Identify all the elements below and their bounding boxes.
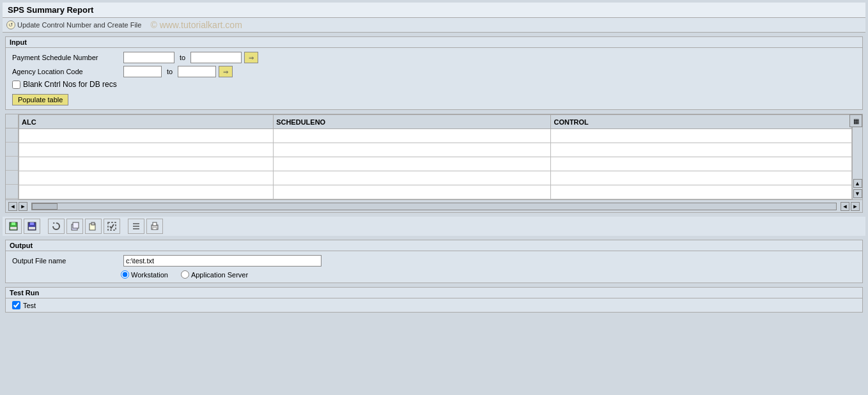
refresh-btn[interactable] (48, 219, 65, 234)
left-nav-arrows: ◄ ► (6, 201, 30, 212)
row-selector-2[interactable] (6, 143, 18, 157)
payment-schedule-from[interactable] (123, 52, 174, 63)
list-btn[interactable] (128, 219, 144, 234)
table-row (19, 129, 852, 143)
svg-rect-10 (91, 222, 95, 225)
radio-workstation-label: Workstation (131, 271, 168, 279)
output-file-row: Output File name (12, 255, 856, 267)
blank-ctrl-label: Blank Cntrl Nos for DB recs (23, 80, 117, 89)
scroll-down-arrow[interactable]: ▼ (853, 189, 862, 198)
next-arrow[interactable]: ► (19, 202, 27, 211)
cell-scheduleno-1[interactable] (274, 129, 551, 143)
agency-location-from[interactable] (123, 66, 162, 77)
select-btn[interactable] (104, 219, 120, 234)
cell-alc-2[interactable] (19, 143, 274, 157)
input-section-content: Payment Schedule Number to ⇒ Agency Loca… (6, 48, 862, 109)
cell-control-1[interactable] (551, 129, 852, 143)
table-row (19, 157, 852, 171)
test-run-section: Test Run Test (5, 287, 863, 313)
col-control: CONTROL (551, 115, 852, 129)
watermark: © www.tutorialkart.com (150, 20, 242, 30)
row-selector-1[interactable] (6, 128, 18, 143)
input-section-header: Input (6, 37, 862, 48)
table-wrapper: ALC SCHEDULENO CONTROL (6, 114, 862, 199)
payment-schedule-to[interactable] (190, 52, 242, 63)
to-label-2: to (167, 68, 173, 75)
copy-btn[interactable] (66, 219, 83, 234)
cell-alc-4[interactable] (19, 171, 274, 185)
payment-schedule-row: Payment Schedule Number to ⇒ (12, 52, 856, 63)
horiz-next-arrow[interactable]: ► (851, 202, 860, 211)
payment-schedule-arrow-btn[interactable]: ⇒ (244, 52, 258, 63)
row-selector-5[interactable] (6, 185, 18, 199)
output-section-content: Output File name Workstation Application… (6, 251, 862, 283)
save-btn[interactable] (5, 219, 22, 234)
agency-location-to[interactable] (178, 66, 216, 77)
update-icon: ↺ (6, 20, 15, 29)
cell-control-3[interactable] (551, 157, 852, 171)
cell-alc-1[interactable] (19, 129, 274, 143)
cell-scheduleno-5[interactable] (274, 185, 551, 199)
window-title: SPS Summary Report (3, 3, 865, 18)
data-table: ALC SCHEDULENO CONTROL (19, 114, 852, 199)
test-row: Test (6, 298, 862, 312)
row-selector-3[interactable] (6, 157, 18, 171)
cell-scheduleno-2[interactable] (274, 143, 551, 157)
populate-table-btn[interactable]: Populate table (12, 94, 68, 105)
svg-rect-8 (73, 222, 79, 228)
agency-location-label: Agency Location Code (12, 68, 121, 75)
radio-app-server-input[interactable] (181, 270, 189, 279)
test-label: Test (23, 302, 36, 309)
output-file-input[interactable] (123, 255, 322, 267)
payment-schedule-label: Payment Schedule Number (12, 54, 121, 61)
output-radio-row: Workstation Application Server (121, 270, 856, 279)
col-scheduleno: SCHEDULENO (274, 115, 551, 129)
agency-location-row: Agency Location Code to ⇒ (12, 66, 856, 77)
table-area: ALC SCHEDULENO CONTROL (5, 114, 863, 213)
cell-alc-3[interactable] (19, 157, 274, 171)
radio-workstation[interactable]: Workstation (121, 270, 168, 279)
radio-app-server-label: Application Server (191, 271, 248, 279)
to-label-1: to (180, 54, 185, 61)
horiz-prev-arrow[interactable]: ◄ (841, 202, 849, 211)
cell-control-5[interactable] (551, 185, 852, 199)
blank-ctrl-checkbox[interactable] (12, 81, 20, 89)
print-btn[interactable] (146, 219, 163, 234)
cell-control-4[interactable] (551, 171, 852, 185)
table-bottom-bar: ◄ ► ◄ ► (6, 199, 862, 212)
agency-location-arrow-btn[interactable]: ⇒ (219, 66, 233, 77)
row-selectors (6, 114, 19, 199)
prev-arrow[interactable]: ◄ (8, 202, 17, 211)
table-row (19, 171, 852, 185)
save2-btn[interactable] (24, 219, 40, 234)
svg-rect-2 (10, 227, 17, 229)
svg-rect-1 (12, 222, 15, 225)
svg-marker-6 (53, 222, 56, 224)
input-section: Input Payment Schedule Number to ⇒ Agenc… (5, 36, 863, 110)
cell-alc-5[interactable] (19, 185, 274, 199)
paste-btn[interactable] (85, 219, 102, 234)
cell-scheduleno-3[interactable] (274, 157, 551, 171)
cell-control-2[interactable] (551, 143, 852, 157)
blank-ctrl-row: Blank Cntrl Nos for DB recs (12, 80, 856, 89)
svg-rect-4 (30, 222, 34, 225)
svg-rect-17 (153, 228, 157, 229)
test-checkbox[interactable] (12, 301, 20, 309)
col-alc: ALC (19, 115, 274, 129)
table-config-icon[interactable]: ▦ (849, 114, 862, 127)
bottom-toolbar (3, 217, 865, 236)
update-control-btn[interactable]: ↺ Update Control Number and Create File (6, 20, 141, 29)
output-section: Output Output File name Workstation Appl… (5, 240, 863, 283)
svg-rect-16 (153, 222, 157, 226)
row-selector-4[interactable] (6, 171, 18, 185)
horizontal-scrollbar[interactable] (31, 203, 837, 210)
output-file-label: Output File name (12, 257, 121, 265)
radio-workstation-input[interactable] (121, 270, 129, 279)
table-row (19, 143, 852, 157)
scroll-up-arrow[interactable]: ▲ (853, 179, 862, 188)
svg-rect-5 (29, 227, 35, 229)
cell-scheduleno-4[interactable] (274, 171, 551, 185)
output-section-header: Output (6, 240, 862, 251)
toolbar: ↺ Update Control Number and Create File … (3, 18, 865, 33)
radio-app-server[interactable]: Application Server (181, 270, 248, 279)
